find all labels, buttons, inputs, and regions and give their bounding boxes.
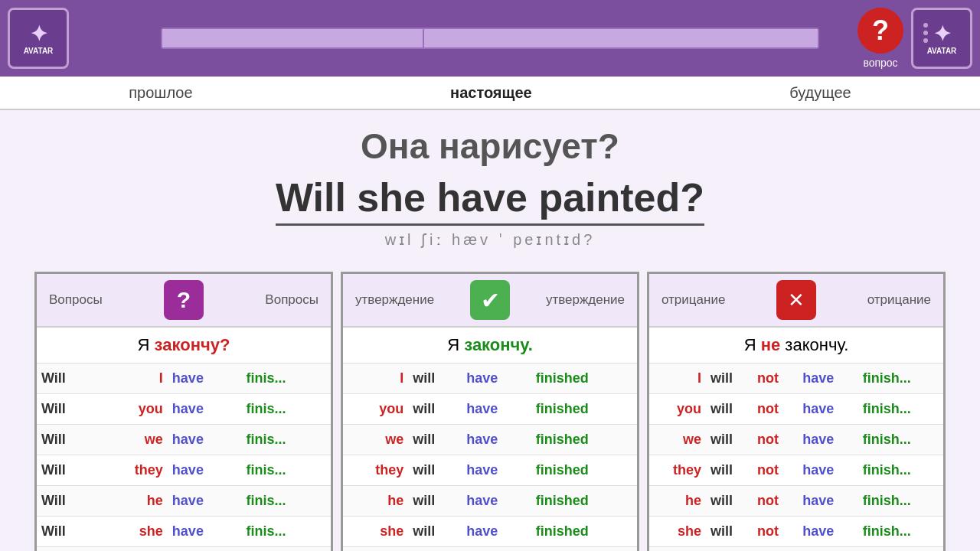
main-content: Она нарисует? Will she have painted? wɪl… <box>0 110 980 272</box>
have-cell: have <box>798 364 858 394</box>
affirmative-table: I will have finished you will have finis… <box>343 364 637 551</box>
will-cell: Will <box>37 455 98 486</box>
progress-track <box>161 28 819 49</box>
question-circle-icon: ? <box>858 8 903 54</box>
avatar-label-right: AVATAR <box>927 47 957 55</box>
subject-cell: we <box>343 425 408 455</box>
tables-section: Вопросы ? Вопросы Я закончу? Will I have… <box>0 272 980 551</box>
table-row: we will not have finish... <box>649 425 943 455</box>
subject-cell: she <box>649 517 706 547</box>
verb-cell: finish... <box>858 425 943 455</box>
table-row: Will it have finis... <box>37 547 331 552</box>
negative-table: I will not have finish... you will not h… <box>649 364 943 551</box>
subject-cell: they <box>649 455 706 486</box>
table-row: she will have finished <box>343 517 637 547</box>
affirmative-subtitle-prefix: Я <box>447 335 464 354</box>
verb-cell: finish... <box>858 547 943 552</box>
pronoun-cell: they <box>98 455 168 486</box>
pronoun-cell: it <box>98 547 168 552</box>
nav-past[interactable]: прошлое <box>98 78 223 108</box>
nav-present[interactable]: настоящее <box>420 78 563 108</box>
questions-subtitle-highlight: закончу? <box>155 335 230 354</box>
will-cell: will <box>706 425 753 455</box>
subject-cell: you <box>649 394 706 425</box>
negative-label-right: отрицание <box>867 292 931 308</box>
not-cell: not <box>753 547 798 552</box>
have-cell: have <box>462 364 531 394</box>
verb-cell: finis... <box>241 364 331 394</box>
progress-fill-past <box>162 29 424 47</box>
will-cell: will <box>706 455 753 486</box>
verb-cell: finished <box>531 547 637 552</box>
have-cell: have <box>462 455 531 486</box>
progress-bar-container <box>84 28 896 49</box>
verb-cell: finis... <box>241 547 331 552</box>
verb-cell: finished <box>531 455 637 486</box>
will-cell: Will <box>37 425 98 455</box>
will-cell: will <box>706 394 753 425</box>
will-cell: Will <box>37 547 98 552</box>
verb-cell: finished <box>531 394 637 425</box>
table-row: it will not have finish... <box>649 547 943 552</box>
affirmative-label-right: утверждение <box>546 292 625 308</box>
will-cell: will <box>706 364 753 394</box>
negative-subtitle-not: не <box>761 335 786 354</box>
have-cell: have <box>462 517 531 547</box>
subject-cell: I <box>343 364 408 394</box>
negative-subtitle: Я не закончу. <box>649 328 943 364</box>
negative-header: отрицание ✕ отрицание <box>649 274 943 328</box>
menu-dots-button[interactable] <box>923 23 928 43</box>
questions-subtitle: Я закончу? <box>37 328 331 364</box>
have-cell: have <box>168 394 242 425</box>
subject-cell: we <box>649 425 706 455</box>
table-row: you will have finished <box>343 394 637 425</box>
affirmative-label-left: утверждение <box>355 292 434 308</box>
verb-cell: finis... <box>241 425 331 455</box>
negative-label-left: отрицание <box>662 292 725 308</box>
table-row: he will have finished <box>343 486 637 517</box>
avatar-logo-left[interactable]: ✦ AVATAR <box>8 8 69 69</box>
not-cell: not <box>753 394 798 425</box>
have-cell: have <box>168 547 242 552</box>
avatar-icon-right: ✦ <box>933 21 951 47</box>
affirmative-subtitle-highlight: закончу. <box>464 335 533 354</box>
will-cell: Will <box>37 486 98 517</box>
not-cell: not <box>753 455 798 486</box>
have-cell: have <box>798 394 858 425</box>
question-button[interactable]: ? вопрос <box>858 8 903 69</box>
subject-cell: you <box>343 394 408 425</box>
verb-cell: finished <box>531 517 637 547</box>
nav-future[interactable]: будущее <box>759 78 882 108</box>
not-cell: not <box>753 486 798 517</box>
verb-cell: finished <box>531 486 637 517</box>
table-row: we will have finished <box>343 425 637 455</box>
verb-cell: finis... <box>241 486 331 517</box>
table-row: Will they have finis... <box>37 455 331 486</box>
not-cell: not <box>753 364 798 394</box>
questions-panel: Вопросы ? Вопросы Я закончу? Will I have… <box>34 272 333 551</box>
subject-cell: she <box>343 517 408 547</box>
table-row: Will I have finis... <box>37 364 331 394</box>
subject-cell: he <box>649 486 706 517</box>
have-cell: have <box>462 394 531 425</box>
nav-bar: прошлое настоящее будущее <box>0 77 980 110</box>
have-cell: have <box>168 425 242 455</box>
pronoun-cell: she <box>98 517 168 547</box>
avatar-label-left: AVATAR <box>24 47 54 55</box>
will-cell: will <box>706 547 753 552</box>
subject-cell: I <box>649 364 706 394</box>
will-cell: Will <box>37 517 98 547</box>
verb-cell: finished <box>531 425 637 455</box>
subject-cell: it <box>649 547 706 552</box>
table-row: Will he have finis... <box>37 486 331 517</box>
table-row: they will have finished <box>343 455 637 486</box>
russian-title: Она нарисует? <box>0 126 980 167</box>
will-cell: Will <box>37 364 98 394</box>
questions-table: Will I have finis... Will you have finis… <box>37 364 331 551</box>
affirmative-icon: ✔ <box>470 280 510 320</box>
table-row: I will not have finish... <box>649 364 943 394</box>
questions-header: Вопросы ? Вопросы <box>37 274 331 328</box>
will-cell: will <box>408 486 462 517</box>
avatar-logo-right[interactable]: ✦ AVATAR <box>911 8 972 69</box>
have-cell: have <box>168 364 242 394</box>
